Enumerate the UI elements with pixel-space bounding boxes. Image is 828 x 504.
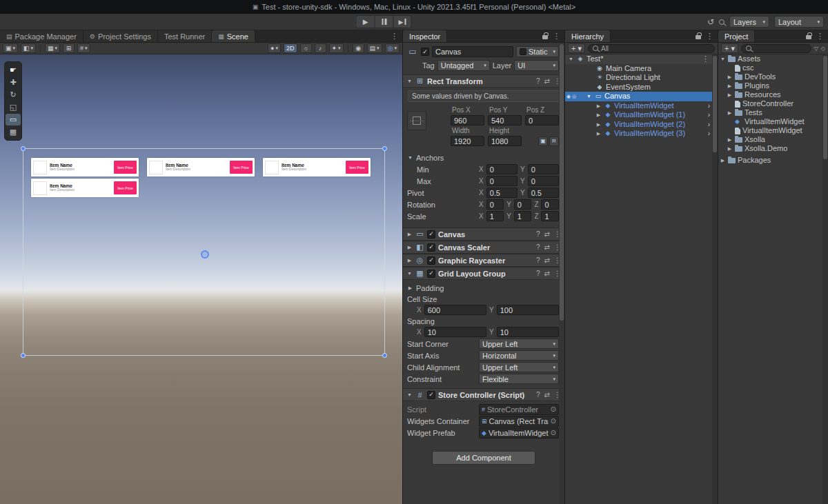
hierarchy-item-eventsystem[interactable]: ◆ EventSystem [565, 83, 712, 92]
help-icon[interactable]: ? [536, 243, 540, 251]
blueprint-mode-button[interactable]: ▣ [538, 137, 548, 146]
virtual-item-widget-card[interactable]: Item NameItem Description Item Price [147, 158, 255, 177]
scene-visibility-toggle[interactable]: ◉ [353, 43, 364, 53]
grid-visibility-dropdown[interactable]: ▦▾ [45, 43, 60, 53]
enabled-checkbox[interactable]: ✓ [427, 243, 435, 252]
cell-size-x-field[interactable]: 600 [424, 305, 486, 315]
raw-edit-mode-button[interactable]: R [549, 137, 559, 146]
padding-foldout[interactable]: ▶ Padding [403, 282, 564, 294]
project-search-input[interactable] [741, 44, 811, 53]
enabled-checkbox[interactable]: ✓ [427, 270, 435, 278]
help-icon[interactable]: ? [536, 256, 540, 264]
foldout-icon[interactable]: ▼ [406, 392, 413, 397]
hierarchy-scrollbar[interactable] [712, 54, 718, 504]
item-price-button[interactable]: Item Price [114, 161, 137, 174]
search-by-label-icon[interactable]: ◇ [821, 46, 825, 52]
camera-settings-dropdown[interactable]: ▤▾ [367, 43, 382, 53]
hierarchy-item-virtualitemwidget-1[interactable]: ▶ ◆ VirtualItemWidget (1) › [565, 110, 712, 120]
cell-size-y-field[interactable]: 100 [497, 305, 559, 315]
search-by-type-icon[interactable]: ▽ [814, 46, 818, 52]
rect-tool-button[interactable]: ▭ [6, 114, 21, 125]
step-button[interactable]: ▶ [393, 15, 412, 28]
gameobject-name-field[interactable]: Canvas [432, 46, 513, 57]
scale-y-field[interactable]: 1 [514, 211, 532, 221]
project-item-csc[interactable]: csc [718, 63, 822, 72]
tab-inspector[interactable]: Inspector [403, 30, 447, 42]
2d-toggle[interactable]: 2D [284, 43, 297, 53]
more-icon[interactable]: ⋮ [391, 32, 398, 41]
scrollbar-thumb[interactable] [560, 44, 564, 321]
tab-project-settings[interactable]: ⚙ Project Settings [83, 30, 158, 42]
pos-x-field[interactable]: 960 [451, 115, 484, 125]
constraint-dropdown[interactable]: Flexible▾ [479, 374, 559, 384]
spacing-x-field[interactable]: 10 [424, 327, 486, 337]
foldout-icon[interactable]: ▼ [568, 54, 574, 63]
resize-handle[interactable] [21, 146, 26, 151]
foldout-icon[interactable]: ▶ [720, 156, 726, 165]
hierarchy-item-canvas[interactable]: ◉ ◎ ▼ ▭ Canvas [565, 92, 712, 101]
foldout-icon[interactable]: ▼ [720, 54, 726, 63]
project-item-virtualitemwidget-script[interactable]: VirtualItemWidget [718, 126, 822, 135]
more-icon[interactable]: ⋮ [816, 32, 824, 41]
more-icon[interactable]: ⋮ [553, 32, 560, 41]
scene-audio-toggle[interactable]: ♪ [315, 43, 326, 53]
anchor-max-x-field[interactable]: 0 [486, 176, 518, 186]
object-picker-icon[interactable]: ⊙ [551, 417, 556, 425]
child-alignment-dropdown[interactable]: Upper Left▾ [479, 362, 559, 372]
scene-lighting-toggle[interactable]: ☼ [300, 43, 312, 53]
rotate-tool-button[interactable]: ↻ [6, 89, 21, 101]
undo-history-icon[interactable]: ↺ [707, 17, 714, 27]
active-checkbox[interactable]: ✓ [421, 48, 429, 56]
search-icon[interactable] [719, 19, 724, 25]
project-item-storecontroller[interactable]: StoreController [718, 99, 822, 108]
project-item-packages[interactable]: ▶ Packages [718, 156, 822, 165]
rect-transform-header[interactable]: ▼ ⊞ Rect Transform ? ⇄ ⋮ [403, 74, 564, 88]
static-dropdown[interactable]: Static ▾ [516, 46, 559, 57]
scale-tool-button[interactable]: ◱ [6, 101, 21, 113]
hierarchy-item-virtualitemwidget[interactable]: ▶ ◆ VirtualItemWidget › [565, 101, 712, 111]
presets-icon[interactable]: ⇄ [544, 243, 550, 251]
create-button[interactable]: +▾ [568, 43, 585, 53]
resize-handle[interactable] [382, 146, 387, 151]
pos-y-field[interactable]: 540 [488, 115, 522, 125]
graphic-raycaster-header[interactable]: ▶ ◎ ✓ Graphic Raycaster ?⇄⋮ [403, 254, 564, 267]
start-axis-dropdown[interactable]: Horizontal▾ [479, 350, 559, 361]
canvas-scaler-header[interactable]: ▶ ◧ ✓ Canvas Scaler ?⇄⋮ [403, 241, 564, 254]
object-picker-icon[interactable]: ⊙ [551, 405, 556, 413]
move-tool-button[interactable]: ✚ [6, 77, 21, 88]
resize-handle[interactable] [382, 353, 387, 358]
foldout-icon[interactable]: ▼ [406, 271, 413, 276]
foldout-icon[interactable]: ▶ [406, 258, 413, 263]
canvas-component-header[interactable]: ▶ ▭ ✓ Canvas ?⇄⋮ [403, 228, 564, 241]
widgets-container-field[interactable]: ⊞ Canvas (Rect Transfor ⊙ [479, 416, 559, 427]
hierarchy-item-directional-light[interactable]: ☀ Directional Light [565, 73, 712, 83]
project-scrollbar[interactable] [822, 54, 828, 504]
foldout-icon[interactable]: ▶ [406, 232, 413, 237]
object-picker-icon[interactable]: ⊙ [551, 429, 556, 436]
lock-icon[interactable] [806, 35, 811, 39]
anchor-min-x-field[interactable]: 0 [486, 164, 518, 174]
virtual-item-widget-card[interactable]: Item NameItem Description Item Price [31, 179, 139, 197]
project-item-xsolla[interactable]: ▶ Xsolla [718, 135, 822, 144]
snap-settings-dropdown[interactable]: #▾ [77, 43, 90, 53]
hierarchy-item-main-camera[interactable]: ◉ Main Camera [565, 64, 712, 74]
tab-project[interactable]: Project [718, 30, 755, 42]
foldout-icon[interactable]: ▶ [727, 135, 733, 144]
project-item-devtools[interactable]: ▶ DevTools [718, 72, 822, 81]
script-object-field[interactable]: # StoreController ⊙ [479, 404, 559, 415]
presets-icon[interactable]: ⇄ [544, 256, 550, 264]
project-item-xsolla-demo[interactable]: ▶ Xsolla.Demo [718, 144, 822, 153]
hierarchy-item-virtualitemwidget-3[interactable]: ▶ ◆ VirtualItemWidget (3) › [565, 129, 712, 139]
enabled-checkbox[interactable]: ✓ [427, 256, 435, 265]
tab-hierarchy[interactable]: Hierarchy [565, 30, 611, 42]
project-item-virtualitemwidget-prefab[interactable]: ◆ VirtualItemWidget [718, 117, 822, 126]
presets-icon[interactable]: ⇄ [544, 391, 550, 399]
item-price-button[interactable]: Item Price [230, 161, 253, 174]
layout-dropdown[interactable]: Layout ▾ [774, 16, 824, 28]
more-icon[interactable]: ⋮ [706, 32, 713, 41]
foldout-icon[interactable]: ▶ [727, 144, 733, 153]
anchor-presets-button[interactable] [407, 111, 426, 130]
transform-tool-button[interactable]: ▦ [6, 126, 21, 138]
tab-package-manager[interactable]: ▤ Package Manager [0, 30, 83, 42]
tab-scene[interactable]: ▦ Scene [212, 30, 255, 42]
